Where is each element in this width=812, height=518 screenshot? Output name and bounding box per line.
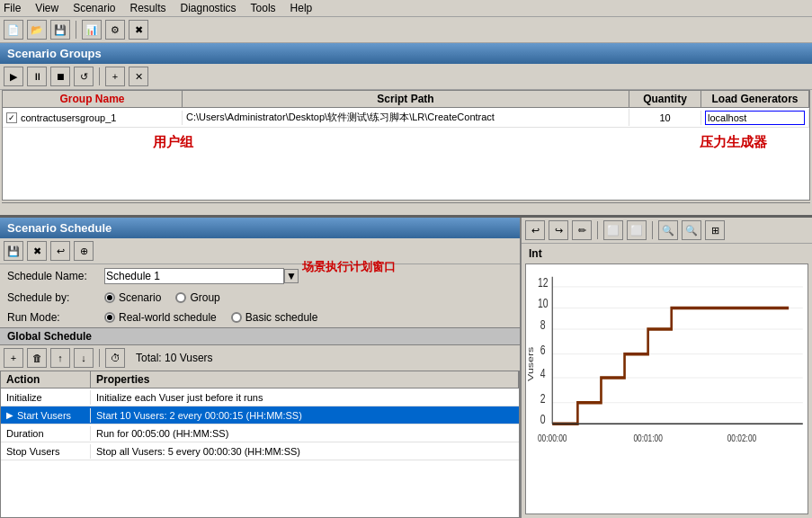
menu-results[interactable]: Results	[130, 2, 166, 14]
new-button[interactable]: 📄	[4, 20, 23, 40]
main-container: File View Scenario Results Diagnostics T…	[0, 0, 812, 518]
svg-text:Vusers: Vusers	[526, 346, 535, 381]
ss-toolbar: 💾 ✖ ↩ ⊕	[0, 238, 520, 264]
sg-stop-button[interactable]: ⏹	[50, 67, 70, 86]
svg-text:2: 2	[540, 391, 546, 406]
radio-basic[interactable]: Basic schedule	[231, 311, 318, 324]
menu-scenario[interactable]: Scenario	[73, 2, 115, 14]
svg-text:4: 4	[540, 367, 546, 381]
global-schedule-header: Global Schedule	[0, 327, 520, 345]
radio-scenario-circle	[104, 292, 115, 303]
chart-svg: 12 10 8 6 4 2 0 Vusers	[526, 264, 808, 514]
svg-text:00:01:00: 00:01:00	[633, 433, 663, 443]
svg-text:0: 0	[540, 413, 546, 427]
schedule-by-row: Schedule by: Scenario Group	[0, 288, 520, 308]
sg-toolbar: ▶ ⏸ ⏹ ↺ + ✕	[0, 64, 812, 90]
radio-group-label: Group	[190, 291, 219, 304]
svg-text:00:02:00: 00:02:00	[727, 433, 757, 443]
group-checkbox[interactable]	[6, 112, 17, 123]
groups-table: Group Name Script Path Quantity Load Gen…	[2, 90, 810, 201]
bottom-section: Scenario Schedule 💾 ✖ ↩ ⊕ Schedule Name:…	[0, 218, 812, 518]
ss-btn2[interactable]: ✖	[27, 241, 47, 261]
rt-zoom-out[interactable]: 🔍	[682, 220, 701, 240]
radio-real-world-circle	[104, 312, 115, 323]
td-load-gen[interactable]	[701, 109, 809, 127]
scenario-groups-section: Scenario Groups ▶ ⏸ ⏹ ↺ + ✕ Group Name S…	[0, 43, 812, 218]
chart-panel: ↩ ↪ ✏ ⬜ ⬜ 🔍 🔍 ⊞ Int 12 10	[522, 218, 812, 518]
gs-add-btn[interactable]: +	[4, 348, 23, 368]
svg-text:00:00:00: 00:00:00	[538, 433, 567, 443]
rt-btn2[interactable]: ↪	[549, 220, 568, 240]
gs-up-btn[interactable]: ↑	[50, 348, 70, 368]
schedule-by-radio-group: Scenario Group	[104, 291, 220, 304]
menu-tools[interactable]: Tools	[251, 2, 276, 14]
rt-btn1[interactable]: ↩	[525, 220, 545, 240]
th-group-name: Group Name	[3, 91, 183, 107]
schedule-row-stop-vusers[interactable]: Stop Vusers Stop all Vusers: 5 every 00:…	[1, 442, 519, 460]
td-group-name: contractusersgroup_1	[3, 111, 183, 125]
svg-text:10: 10	[538, 297, 549, 311]
th-load-generators: Load Generators	[701, 91, 809, 107]
sg-add-button[interactable]: +	[105, 67, 125, 86]
load-gen-input[interactable]	[705, 111, 805, 125]
sg-sep1	[99, 67, 100, 85]
empty-rows	[3, 128, 809, 200]
run-mode-row: Run Mode: Real-world schedule Basic sche…	[0, 308, 520, 327]
open-button[interactable]: 📂	[27, 20, 47, 40]
sg-play-button[interactable]: ▶	[4, 67, 23, 86]
groups-scrollbar[interactable]	[2, 202, 810, 215]
menu-file[interactable]: File	[4, 2, 21, 14]
schedule-row-initialize[interactable]: Initialize Initialize each Vuser just be…	[1, 388, 519, 406]
radio-group[interactable]: Group	[175, 291, 219, 304]
rt-btn3[interactable]: ✏	[572, 220, 592, 240]
rt-sep1	[597, 221, 598, 239]
run-mode-radio-group: Real-world schedule Basic schedule	[104, 311, 317, 324]
group-name-value: contractusersgroup_1	[21, 112, 116, 123]
sg-reset-button[interactable]: ↺	[74, 67, 94, 86]
schedule-name-dropdown[interactable]: ▼	[284, 269, 299, 283]
groups-table-header: Group Name Script Path Quantity Load Gen…	[3, 91, 809, 108]
annotation-schedule-window: 场景执行计划窗口	[302, 259, 396, 275]
radio-real-world[interactable]: Real-world schedule	[104, 311, 217, 324]
table-row[interactable]: contractusersgroup_1 C:\Users\Administra…	[3, 108, 809, 128]
sg-remove-button[interactable]: ✕	[129, 67, 148, 86]
gs-del-btn[interactable]: 🗑	[27, 348, 47, 368]
th-action: Action	[1, 371, 91, 388]
total-vusers: Total: 10 Vusers	[136, 352, 213, 364]
ss-btn4[interactable]: ⊕	[74, 241, 94, 261]
schedule-row-duration[interactable]: Duration Run for 00:05:00 (HH:MM:SS)	[1, 424, 519, 442]
rt-fit[interactable]: ⊞	[705, 220, 725, 240]
radio-scenario[interactable]: Scenario	[104, 291, 161, 304]
ss-btn3[interactable]: ↩	[50, 241, 70, 261]
options-button[interactable]: ⚙	[105, 20, 125, 40]
th-script-path: Script Path	[183, 91, 629, 107]
rt-sep2	[652, 221, 653, 239]
action-stop-vusers: Stop Vusers	[1, 444, 91, 459]
action-initialize: Initialize	[1, 390, 91, 405]
play-icon: ▶	[6, 410, 13, 420]
sg-pause-button[interactable]: ⏸	[27, 67, 47, 86]
schedule-row-start-vusers[interactable]: ▶ Start Vusers Start 10 Vusers: 2 every …	[1, 406, 519, 424]
schedule-name-label: Schedule Name:	[7, 270, 97, 282]
ss-btn1[interactable]: 💾	[4, 241, 23, 261]
schedule-table-header: Action Properties	[1, 371, 519, 388]
menu-view[interactable]: View	[35, 2, 58, 14]
schedule-name-input[interactable]	[104, 268, 284, 284]
scenario-schedule-title: Scenario Schedule	[7, 221, 112, 235]
gs-dn-btn[interactable]: ↓	[74, 348, 94, 368]
rt-btn4[interactable]: ⬜	[603, 220, 623, 240]
gs-sep1	[99, 349, 100, 367]
rt-zoom-in[interactable]: 🔍	[658, 220, 678, 240]
gs-clock-btn[interactable]: ⏱	[105, 348, 125, 368]
menu-diagnostics[interactable]: Diagnostics	[181, 2, 236, 14]
run-report-button[interactable]: 📊	[82, 20, 102, 40]
props-start-vusers: Start 10 Vusers: 2 every 00:00:15 (HH:MM…	[91, 408, 519, 423]
props-duration: Run for 00:05:00 (HH:MM:SS)	[91, 426, 519, 441]
rt-btn5[interactable]: ⬜	[627, 220, 647, 240]
schedule-left-panel: Scenario Schedule 💾 ✖ ↩ ⊕ Schedule Name:…	[0, 218, 522, 518]
props-stop-vusers: Stop all Vusers: 5 every 00:00:30 (HH:MM…	[91, 444, 519, 459]
close-button[interactable]: ✖	[129, 20, 148, 40]
menu-help[interactable]: Help	[290, 2, 313, 14]
save-button[interactable]: 💾	[50, 20, 70, 40]
right-toolbar: ↩ ↪ ✏ ⬜ ⬜ 🔍 🔍 ⊞	[522, 218, 812, 244]
